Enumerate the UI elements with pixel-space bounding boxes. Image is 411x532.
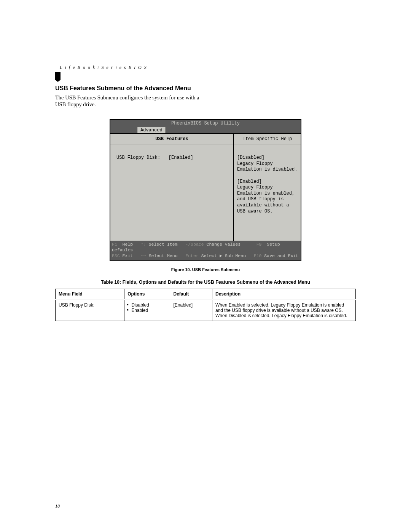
option-item: Enabled [127, 308, 167, 313]
help-line: Legacy Floppy Emulation is disabled. [237, 161, 298, 173]
option-item: Disabled [127, 302, 167, 308]
page-number: 18 [55, 503, 60, 509]
th-menu-field: Menu Field [56, 289, 124, 300]
td-description: When Enabled is selected, Legacy Floppy … [212, 300, 356, 321]
bios-field-value: [Enabled] [169, 155, 193, 160]
figure-caption: Figure 10. USB Features Submenu [55, 267, 356, 272]
table-header-row: Menu Field Options Default Description [56, 289, 356, 300]
bios-body: USB Features USB Floppy Disk: [Enabled] … [110, 134, 301, 241]
help-line: Legacy Floppy Emulation is enabled, and … [237, 185, 298, 214]
help-line: [Disabled] [237, 155, 298, 161]
bios-footer: F1 Help ↑↓ Select Item -/Space Change Va… [110, 241, 301, 260]
th-options: Options [124, 289, 170, 300]
td-default: [Enabled] [170, 300, 212, 321]
section-title: USB Features Submenu of the Advanced Men… [55, 85, 356, 92]
bios-screenshot: PhoenixBIOS Setup Utility Advanced USB F… [110, 119, 301, 261]
td-options: Disabled Enabled [124, 300, 170, 321]
table-row: USB Floppy Disk: Disabled Enabled [Enabl… [56, 300, 356, 321]
th-description: Description [212, 289, 356, 300]
bios-left-header: USB Features [110, 134, 233, 144]
bookmark-icon [55, 72, 61, 82]
bios-left-pane: USB Features USB Floppy Disk: [Enabled] [110, 134, 234, 241]
bios-right-header: Item Specific Help [234, 134, 301, 144]
th-default: Default [170, 289, 212, 300]
bios-tabrow: Advanced [110, 127, 301, 134]
bios-footer-line1: F1 Help ↑↓ Select Item -/Space Change Va… [112, 242, 299, 253]
bios-field-row: USB Floppy Disk: [Enabled] [110, 144, 233, 160]
bios-field-label: USB Floppy Disk: [116, 155, 160, 160]
table-caption: Table 10: Fields, Options and Defaults f… [55, 280, 356, 285]
td-menu-field: USB Floppy Disk: [56, 300, 124, 321]
help-line: [Enabled] [237, 179, 298, 185]
options-table: Menu Field Options Default Description U… [55, 288, 356, 321]
running-header: L i f e B o o k i S e r i e s B I O S [60, 65, 356, 70]
bios-help-text: [Disabled] Legacy Floppy Emulation is di… [234, 144, 301, 214]
header-rule [55, 63, 356, 63]
bios-tab-advanced: Advanced [137, 127, 166, 133]
bios-title: PhoenixBIOS Setup Utility [110, 120, 301, 127]
page: L i f e B o o k i S e r i e s B I O S US… [0, 0, 411, 532]
bios-footer-line2: ESC Exit ←→ Select Menu Enter Select ▶ S… [112, 253, 299, 259]
bios-right-pane: Item Specific Help [Disabled] Legacy Flo… [234, 134, 301, 241]
section-intro: The USB Features Submenu configures the … [55, 94, 207, 108]
